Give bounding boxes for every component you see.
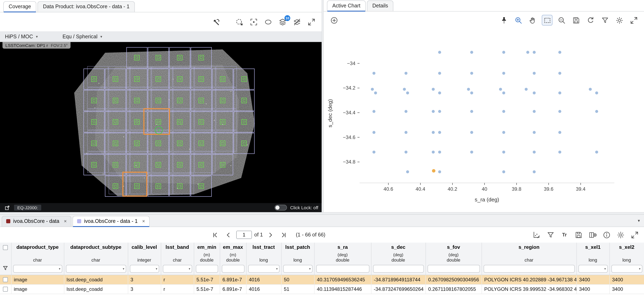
scatter-point[interactable] xyxy=(558,72,561,74)
scatter-point[interactable] xyxy=(502,170,505,173)
scatter-point[interactable] xyxy=(502,91,505,94)
scatter-point[interactable] xyxy=(533,110,536,113)
scatter-point[interactable] xyxy=(533,131,536,134)
col-header-dataproduct_subtype[interactable]: dataproduct_subtype xyxy=(64,243,128,252)
prev-page-button[interactable] xyxy=(223,230,234,240)
scatter-point[interactable] xyxy=(467,88,470,91)
add-column-icon[interactable] xyxy=(587,230,598,240)
col-header-calib_level[interactable]: calib_level xyxy=(128,243,161,252)
filter-caret-icon[interactable]: ▾ xyxy=(639,267,640,271)
save-icon[interactable] xyxy=(570,15,581,25)
zoom-original-icon[interactable]: 1x xyxy=(556,15,567,25)
scatter-point[interactable] xyxy=(372,151,376,153)
hips-moc-dropdown[interactable]: HiPS / MOC ▾ xyxy=(5,33,38,39)
tab-active-chart[interactable]: Active Chart xyxy=(327,0,366,11)
filter-icon[interactable] xyxy=(600,15,610,25)
recenter-icon[interactable] xyxy=(248,16,259,27)
table-tab-obscore-data-1[interactable]: ivoa.ObsCore - data - 1 × xyxy=(72,216,150,227)
scatter-point[interactable] xyxy=(558,131,561,134)
filter-input-em_max[interactable] xyxy=(222,265,244,273)
col-header-em_min[interactable]: em_min xyxy=(194,243,220,252)
scatter-point[interactable] xyxy=(470,110,473,113)
page-input[interactable] xyxy=(236,231,252,239)
filter-caret-icon[interactable]: ▾ xyxy=(156,267,157,271)
settings-gear-icon[interactable] xyxy=(615,230,626,240)
scatter-point[interactable] xyxy=(533,51,536,54)
filter-input-lsst_patch[interactable] xyxy=(283,265,312,273)
filter-caret-icon[interactable]: ▾ xyxy=(309,267,311,271)
scatter-point[interactable] xyxy=(558,151,561,153)
scatter-point[interactable] xyxy=(470,51,473,54)
tab-data-product[interactable]: Data Product: ivoa.ObsCore - data - 1 xyxy=(38,1,135,12)
info-icon[interactable] xyxy=(601,230,612,240)
scatter-point[interactable] xyxy=(470,151,473,153)
scatter-point[interactable] xyxy=(438,91,441,94)
filter-input-dataproduct_subtype[interactable] xyxy=(66,265,126,273)
scatter-point[interactable] xyxy=(533,72,536,74)
restore-icon[interactable] xyxy=(585,15,596,25)
scatter-point[interactable] xyxy=(438,151,441,153)
scatter-point[interactable] xyxy=(374,91,377,94)
scatter-point[interactable] xyxy=(470,131,473,134)
tools-icon[interactable] xyxy=(210,16,221,27)
scatter-point[interactable] xyxy=(404,110,407,113)
scatter-point[interactable] xyxy=(438,170,441,173)
col-header-s_region[interactable]: s_region xyxy=(482,243,576,252)
scatter-point[interactable] xyxy=(502,151,505,153)
pan-hand-icon[interactable] xyxy=(527,15,538,25)
filter-caret-icon[interactable]: ▾ xyxy=(59,267,60,271)
save-icon[interactable] xyxy=(573,230,584,240)
layers-icon[interactable]: 10 xyxy=(277,16,288,27)
col-header-dataproduct_type[interactable]: dataproduct_type xyxy=(11,243,64,252)
first-page-button[interactable] xyxy=(210,230,220,240)
scatter-point[interactable] xyxy=(438,72,441,74)
filter-caret-icon[interactable]: ▾ xyxy=(123,267,124,271)
filter-caret-icon[interactable]: ▾ xyxy=(188,267,190,271)
scatter-point[interactable] xyxy=(502,51,505,54)
close-icon[interactable]: × xyxy=(142,218,145,224)
zoom-in-icon[interactable] xyxy=(513,15,524,25)
filter-caret-icon[interactable]: ▾ xyxy=(604,267,606,271)
scatter-point[interactable] xyxy=(502,110,505,113)
scatter-point[interactable] xyxy=(533,170,536,173)
scatter-point[interactable] xyxy=(595,151,598,153)
scatter-point[interactable] xyxy=(372,110,376,113)
coord-sys-dropdown[interactable]: Equ / Spherical ▾ xyxy=(62,33,102,39)
tab-coverage[interactable]: Coverage xyxy=(3,1,36,12)
pin-icon[interactable] xyxy=(498,15,509,25)
filter-input-calib_level[interactable] xyxy=(130,265,159,273)
col-header-lsst_patch[interactable]: lsst_patch xyxy=(281,243,314,252)
scatter-point[interactable] xyxy=(372,72,376,74)
scatter-point[interactable] xyxy=(525,88,528,91)
scatter-point[interactable] xyxy=(371,88,374,91)
hide-layers-icon[interactable] xyxy=(292,16,302,27)
col-header-s_ra[interactable]: s_ra xyxy=(314,243,371,252)
scatter-point[interactable] xyxy=(470,91,473,94)
filter-icon[interactable] xyxy=(545,230,556,240)
filter-input-s_region[interactable] xyxy=(484,265,574,273)
scatter-point[interactable] xyxy=(499,88,502,91)
text-view-icon[interactable]: Tr xyxy=(559,230,570,240)
ellipse-region-icon[interactable] xyxy=(263,16,273,27)
col-header-s_xel2[interactable]: s_xel2 xyxy=(609,243,644,252)
scatter-point[interactable] xyxy=(438,110,441,113)
scatter-point[interactable] xyxy=(432,88,434,91)
scatter-point[interactable] xyxy=(438,131,441,134)
filter-caret-icon[interactable]: ▾ xyxy=(276,267,278,271)
scatter-point[interactable] xyxy=(404,72,407,74)
col-header-s_dec[interactable]: s_dec xyxy=(371,243,426,252)
chart-area[interactable]: 40.640.440.24039.839.639.4−34−34.2−34.4−… xyxy=(324,29,644,212)
scatter-point[interactable] xyxy=(432,131,434,134)
scatter-point[interactable] xyxy=(595,91,598,94)
marquee-select-icon[interactable] xyxy=(542,15,552,25)
table-row[interactable]: imagelsst.deep_coadd3r5.51e-76.891e-7401… xyxy=(0,284,644,294)
filter-input-s_xel2[interactable] xyxy=(611,265,642,273)
add-chart-circle-icon[interactable] xyxy=(328,15,339,25)
scatter-point[interactable] xyxy=(404,151,407,153)
scatter-point[interactable] xyxy=(533,151,536,153)
filter-input-lsst_tract[interactable] xyxy=(248,265,279,273)
settings-gear-icon[interactable] xyxy=(614,15,624,25)
scatter-point[interactable] xyxy=(595,110,598,113)
close-icon[interactable]: × xyxy=(64,218,67,224)
filter-input-s_fov[interactable] xyxy=(427,265,480,273)
